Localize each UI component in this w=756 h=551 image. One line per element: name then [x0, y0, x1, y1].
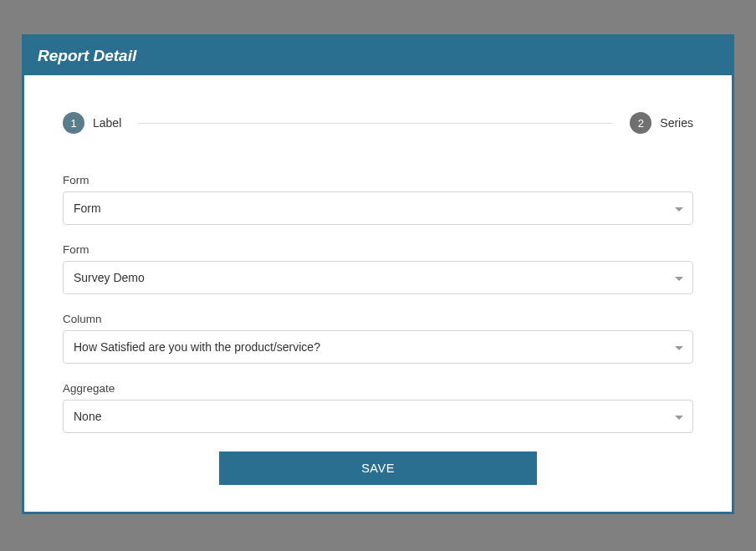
- select-aggregate-value: None: [74, 410, 101, 423]
- form-group-form1: Form Form: [63, 174, 693, 225]
- step-circle-2: 2: [630, 112, 651, 134]
- stepper: 1 Label 2 Series: [63, 112, 693, 134]
- select-aggregate[interactable]: None: [63, 400, 693, 433]
- step-connector: [138, 123, 613, 124]
- select-wrap-aggregate: None: [63, 400, 693, 433]
- label-form2: Form: [63, 243, 693, 256]
- panel-header: Report Detail: [24, 37, 732, 75]
- select-form2[interactable]: Survey Demo: [63, 261, 693, 294]
- save-button[interactable]: SAVE: [219, 452, 537, 485]
- step-label[interactable]: 1 Label: [63, 112, 121, 134]
- select-form1[interactable]: Form: [63, 191, 693, 225]
- panel-title: Report Detail: [38, 47, 136, 64]
- label-form1: Form: [63, 174, 693, 186]
- label-aggregate: Aggregate: [63, 382, 693, 395]
- select-column[interactable]: How Satisfied are you with the product/s…: [63, 330, 693, 364]
- select-form2-value: Survey Demo: [74, 271, 145, 284]
- select-wrap-form2: Survey Demo: [63, 261, 693, 294]
- step-series[interactable]: 2 Series: [630, 112, 693, 134]
- form-group-aggregate: Aggregate None: [63, 382, 693, 433]
- panel-body: 1 Label 2 Series Form Form: [24, 75, 732, 510]
- select-wrap-form1: Form: [63, 191, 693, 225]
- step-num-1: 1: [70, 117, 76, 130]
- form-group-form2: Form Survey Demo: [63, 243, 693, 294]
- form-group-column: Column How Satisfied are you with the pr…: [63, 313, 693, 364]
- step-text-2: Series: [660, 116, 693, 130]
- button-row: SAVE: [63, 452, 693, 485]
- select-column-value: How Satisfied are you with the product/s…: [74, 340, 320, 354]
- step-text-1: Label: [93, 116, 121, 130]
- select-form1-value: Form: [74, 202, 101, 215]
- label-column: Column: [63, 313, 693, 325]
- step-circle-1: 1: [63, 112, 84, 134]
- report-detail-panel: Report Detail 1 Label 2 Series Form Fo: [22, 34, 734, 514]
- step-num-2: 2: [638, 117, 644, 130]
- select-wrap-column: How Satisfied are you with the product/s…: [63, 330, 693, 364]
